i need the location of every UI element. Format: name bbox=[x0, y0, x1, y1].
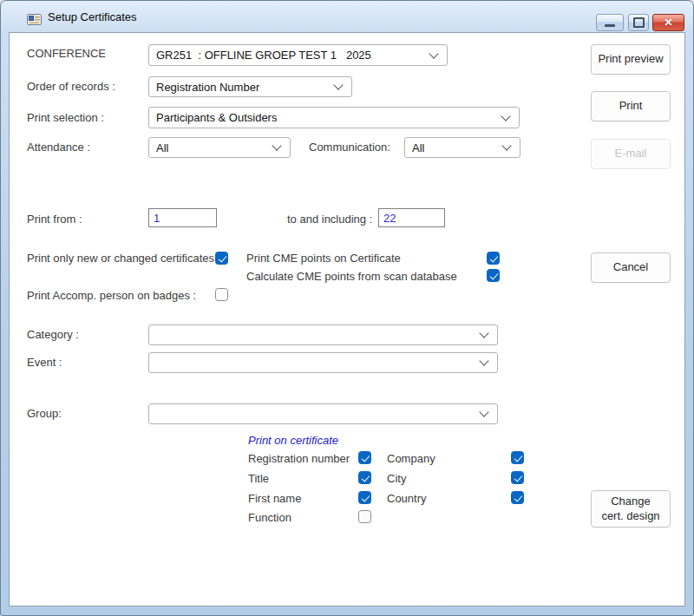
country-label: Country bbox=[387, 492, 427, 505]
communication-label: Communication: bbox=[309, 141, 390, 154]
chevron-down-icon bbox=[501, 141, 511, 150]
conference-label: CONFERENCE bbox=[27, 47, 106, 60]
only-new-label: Print only new or changed certificates bbox=[27, 252, 214, 265]
communication-value: All bbox=[412, 141, 424, 154]
title-checkbox[interactable] bbox=[358, 471, 371, 484]
attendance-combobox[interactable]: All bbox=[148, 137, 291, 158]
dialog-content: CONFERENCE GR251 : OFFLINE GROEP TEST 1 … bbox=[9, 32, 685, 606]
chevron-down-icon bbox=[479, 356, 488, 365]
only-new-checkbox[interactable] bbox=[215, 252, 228, 265]
attendance-value: All bbox=[156, 141, 168, 154]
registration-number-label: Registration number bbox=[248, 452, 350, 465]
cancel-button[interactable]: Cancel bbox=[591, 252, 671, 283]
cme-points-checkbox[interactable] bbox=[487, 252, 500, 265]
accomp-badges-checkbox[interactable] bbox=[215, 288, 228, 301]
order-of-records-label: Order of records : bbox=[27, 80, 115, 93]
category-combobox[interactable] bbox=[148, 324, 498, 345]
chevron-down-icon bbox=[479, 407, 488, 416]
event-combobox[interactable] bbox=[148, 352, 498, 373]
maximize-button[interactable] bbox=[628, 14, 649, 31]
order-of-records-value: Registration Number bbox=[156, 81, 259, 94]
group-combobox[interactable] bbox=[148, 403, 498, 424]
chevron-down-icon bbox=[333, 80, 343, 89]
conference-value: GR251 : OFFLINE GROEP TEST 1 2025 bbox=[156, 49, 371, 62]
function-label: Function bbox=[248, 511, 291, 524]
print-from-label: Print from : bbox=[27, 213, 82, 226]
print-on-certificate-heading: Print on certificate bbox=[248, 434, 338, 447]
calc-cme-checkbox[interactable] bbox=[487, 269, 500, 282]
title-label: Title bbox=[248, 472, 269, 485]
print-to-label: to and including : bbox=[287, 213, 372, 226]
accomp-badges-label: Print Accomp. person on badges : bbox=[27, 289, 196, 302]
print-preview-button[interactable]: Print preview bbox=[591, 44, 671, 75]
chevron-down-icon bbox=[479, 328, 488, 337]
change-cert-design-button[interactable]: Change cert. design bbox=[591, 490, 671, 528]
company-label: Company bbox=[387, 452, 435, 465]
print-from-input[interactable] bbox=[148, 208, 217, 227]
print-selection-combobox[interactable]: Participants & Outsiders bbox=[148, 107, 520, 128]
registration-number-checkbox[interactable] bbox=[358, 451, 371, 464]
order-of-records-combobox[interactable]: Registration Number bbox=[148, 76, 352, 97]
close-icon: ✕ bbox=[664, 17, 672, 28]
attendance-label: Attendance : bbox=[27, 141, 90, 154]
minimize-icon bbox=[605, 24, 615, 27]
event-label: Event : bbox=[27, 356, 62, 369]
print-button[interactable]: Print bbox=[591, 91, 671, 121]
chevron-down-icon bbox=[501, 111, 510, 121]
maximize-icon bbox=[633, 17, 645, 28]
window-title: Setup Certificates bbox=[48, 10, 137, 23]
print-to-input[interactable] bbox=[378, 208, 445, 227]
company-checkbox[interactable] bbox=[511, 451, 524, 464]
communication-combobox[interactable]: All bbox=[404, 137, 520, 158]
email-button[interactable]: E-mail bbox=[591, 139, 671, 169]
first-name-checkbox[interactable] bbox=[358, 491, 371, 504]
category-label: Category : bbox=[27, 328, 79, 341]
titlebar: Setup Certificates ✕ bbox=[1, 1, 693, 32]
certificate-icon bbox=[27, 13, 42, 26]
function-checkbox[interactable] bbox=[358, 510, 371, 523]
close-button[interactable]: ✕ bbox=[652, 14, 684, 31]
country-checkbox[interactable] bbox=[511, 491, 524, 504]
calc-cme-label: Calculate CME points from scan database bbox=[246, 270, 457, 283]
city-checkbox[interactable] bbox=[511, 471, 524, 484]
chevron-down-icon bbox=[272, 141, 281, 150]
chevron-down-icon bbox=[429, 49, 438, 58]
cme-points-label: Print CME points on Certificate bbox=[246, 252, 401, 265]
print-selection-label: Print selection : bbox=[27, 111, 104, 124]
city-label: City bbox=[387, 472, 406, 485]
minimize-button[interactable] bbox=[596, 14, 624, 31]
setup-certificates-dialog: Setup Certificates ✕ CONFERENCE GR251 : … bbox=[0, 0, 694, 616]
group-label: Group: bbox=[27, 407, 62, 420]
print-selection-value: Participants & Outsiders bbox=[156, 111, 277, 124]
first-name-label: First name bbox=[248, 492, 301, 505]
conference-combobox[interactable]: GR251 : OFFLINE GROEP TEST 1 2025 bbox=[148, 44, 448, 66]
